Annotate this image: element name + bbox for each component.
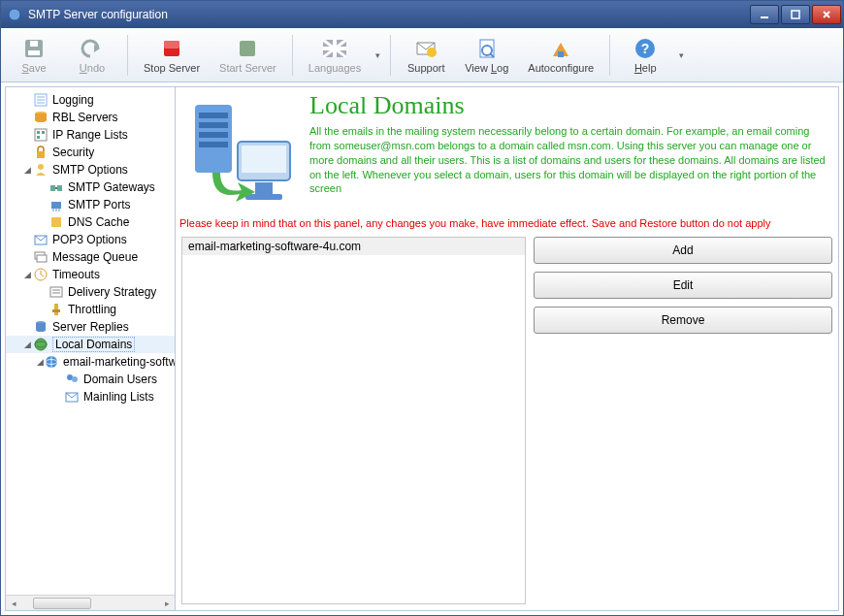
add-button[interactable]: Add bbox=[534, 237, 832, 264]
help-dropdown-icon[interactable]: ▾ bbox=[674, 50, 688, 60]
svg-rect-28 bbox=[57, 185, 62, 191]
undo-button[interactable]: Undo bbox=[63, 30, 121, 81]
pop3-icon bbox=[33, 232, 49, 247]
save-button[interactable]: Save bbox=[5, 30, 63, 81]
svg-rect-58 bbox=[199, 132, 228, 138]
page-header: Local Domains All the emails in the mail… bbox=[176, 87, 838, 213]
tree-item-pop3[interactable]: POP3 Options bbox=[6, 231, 175, 248]
collapse-icon[interactable]: ◢ bbox=[21, 165, 33, 175]
svg-rect-1 bbox=[761, 16, 768, 18]
stop-server-label: Stop Server bbox=[144, 62, 200, 74]
toolbar: Save Undo Stop Server Start Server Langu… bbox=[1, 28, 843, 82]
gateway-icon bbox=[49, 179, 64, 195]
view-log-icon bbox=[475, 37, 499, 60]
scroll-left-icon[interactable]: ◂ bbox=[8, 599, 19, 608]
languages-dropdown-icon[interactable]: ▾ bbox=[371, 50, 384, 60]
sidebar: Logging RBL Servers IP Range Lists Secur… bbox=[6, 87, 176, 610]
lock-icon bbox=[33, 145, 49, 160]
help-button[interactable]: ? Help bbox=[616, 30, 674, 81]
remove-button[interactable]: Remove bbox=[534, 307, 832, 334]
tree-item-throttling[interactable]: Throttling bbox=[6, 301, 175, 318]
log-icon bbox=[33, 92, 49, 108]
replies-icon bbox=[33, 319, 49, 335]
page-illustration bbox=[183, 93, 300, 210]
svg-rect-7 bbox=[164, 41, 179, 49]
tree-item-smtp-options[interactable]: ◢SMTP Options bbox=[6, 161, 175, 178]
tree-item-dns-cache[interactable]: DNS Cache bbox=[6, 213, 175, 231]
list-item[interactable]: email-marketing-software-4u.com bbox=[182, 238, 525, 255]
separator bbox=[127, 35, 128, 76]
tree-item-ip-range[interactable]: IP Range Lists bbox=[6, 126, 175, 144]
throttle-icon bbox=[49, 302, 64, 317]
collapse-icon[interactable]: ◢ bbox=[37, 357, 44, 367]
tree-item-mailing-lists[interactable]: Mainling Lists bbox=[6, 388, 175, 405]
scroll-right-icon[interactable]: ▸ bbox=[161, 599, 173, 608]
tree-item-msg-queue[interactable]: Message Queue bbox=[6, 248, 175, 266]
dns-icon bbox=[49, 214, 64, 230]
svg-point-10 bbox=[427, 48, 437, 57]
tree-item-smtp-ports[interactable]: SMTP Ports bbox=[6, 196, 175, 213]
users-icon bbox=[64, 372, 80, 387]
domains-icon bbox=[33, 337, 49, 352]
port-icon bbox=[49, 197, 64, 212]
svg-rect-30 bbox=[51, 202, 61, 209]
maximize-button[interactable] bbox=[781, 5, 810, 24]
tree-item-server-replies[interactable]: Server Replies bbox=[6, 318, 175, 336]
autoconfigure-button[interactable]: Autoconfigure bbox=[518, 30, 603, 81]
close-button[interactable] bbox=[812, 5, 841, 24]
svg-rect-41 bbox=[50, 287, 62, 297]
title-bar[interactable]: SMTP Server configuration bbox=[1, 1, 843, 28]
svg-rect-62 bbox=[255, 182, 273, 194]
svg-rect-21 bbox=[35, 129, 47, 141]
edit-button[interactable]: Edit bbox=[534, 272, 832, 299]
svg-rect-27 bbox=[50, 185, 55, 191]
tree-item-security[interactable]: Security bbox=[6, 144, 175, 161]
domain-list[interactable]: email-marketing-software-4u.com bbox=[181, 237, 526, 604]
tree-item-delivery-strategy[interactable]: Delivery Strategy bbox=[6, 283, 175, 301]
svg-rect-25 bbox=[37, 151, 45, 158]
tree-item-rbl[interactable]: RBL Servers bbox=[6, 109, 175, 126]
app-icon bbox=[7, 7, 22, 22]
sidebar-hscrollbar[interactable]: ◂ ▸ bbox=[6, 595, 175, 610]
view-log-label: View Log bbox=[465, 62, 508, 74]
page-header-text: Local Domains All the emails in the mail… bbox=[300, 93, 828, 211]
scrollbar-thumb[interactable] bbox=[33, 598, 91, 609]
autoconfigure-icon bbox=[549, 37, 572, 60]
view-log-button[interactable]: View Log bbox=[455, 30, 518, 81]
svg-rect-22 bbox=[37, 131, 40, 134]
collapse-icon[interactable]: ◢ bbox=[21, 270, 33, 279]
tree-item-domain-users[interactable]: Domain Users bbox=[6, 371, 175, 388]
minimize-button[interactable] bbox=[750, 5, 779, 24]
start-server-icon bbox=[236, 37, 259, 60]
svg-rect-2 bbox=[792, 11, 799, 18]
page-title: Local Domains bbox=[309, 91, 828, 120]
separator bbox=[292, 35, 293, 76]
support-button[interactable]: Support bbox=[397, 30, 455, 81]
collapse-icon[interactable]: ◢ bbox=[21, 340, 33, 349]
warning-text: Please keep in mind that on this panel, … bbox=[176, 213, 838, 237]
languages-button[interactable]: Languages bbox=[299, 30, 371, 81]
svg-rect-4 bbox=[28, 50, 40, 55]
tree-item-smtp-gateways[interactable]: SMTP Gateways bbox=[6, 178, 175, 196]
stop-server-icon bbox=[160, 37, 183, 60]
tree-item-timeouts[interactable]: ◢Timeouts bbox=[6, 266, 175, 283]
svg-point-47 bbox=[35, 339, 47, 350]
tree-item-local-domains[interactable]: ◢Local Domains bbox=[6, 336, 175, 353]
nav-tree[interactable]: Logging RBL Servers IP Range Lists Secur… bbox=[6, 87, 175, 595]
work-area: email-marketing-software-4u.com Add Edit… bbox=[176, 237, 838, 610]
rbl-icon bbox=[33, 110, 49, 125]
svg-rect-23 bbox=[42, 131, 45, 134]
start-server-label: Start Server bbox=[219, 62, 276, 74]
svg-rect-61 bbox=[242, 146, 286, 173]
undo-icon bbox=[81, 37, 104, 60]
content-area: Logging RBL Servers IP Range Lists Secur… bbox=[5, 86, 839, 611]
start-server-button[interactable]: Start Server bbox=[210, 30, 286, 81]
stop-server-button[interactable]: Stop Server bbox=[134, 30, 210, 81]
svg-rect-59 bbox=[199, 142, 228, 147]
queue-icon bbox=[33, 249, 49, 265]
languages-label: Languages bbox=[308, 62, 361, 74]
save-label: Save bbox=[21, 62, 46, 74]
tree-item-logging[interactable]: Logging bbox=[6, 91, 175, 109]
tree-item-domain-entry[interactable]: ◢email-marketing-softw bbox=[6, 353, 175, 371]
window-buttons bbox=[748, 5, 841, 24]
